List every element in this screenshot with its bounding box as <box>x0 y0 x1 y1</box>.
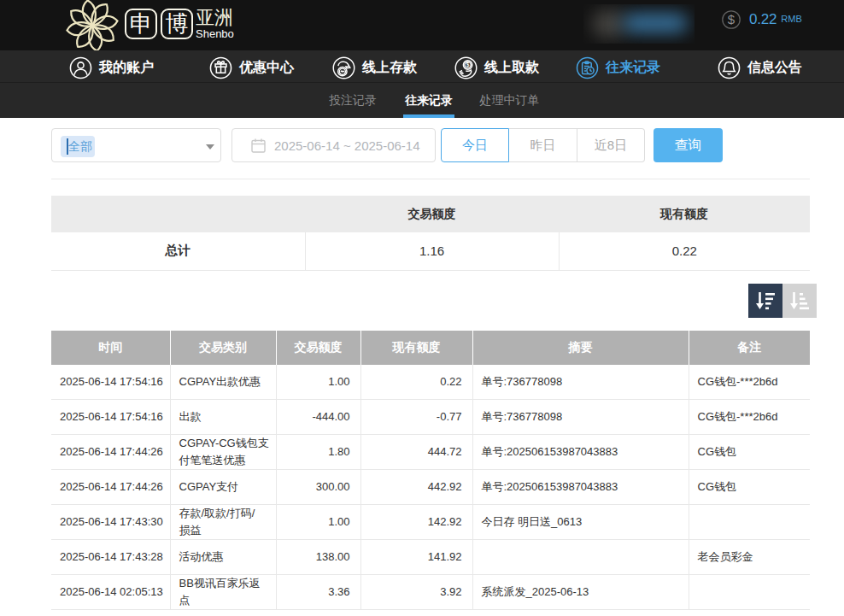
svg-text:$: $ <box>466 62 470 68</box>
svg-text:$: $ <box>728 12 736 26</box>
